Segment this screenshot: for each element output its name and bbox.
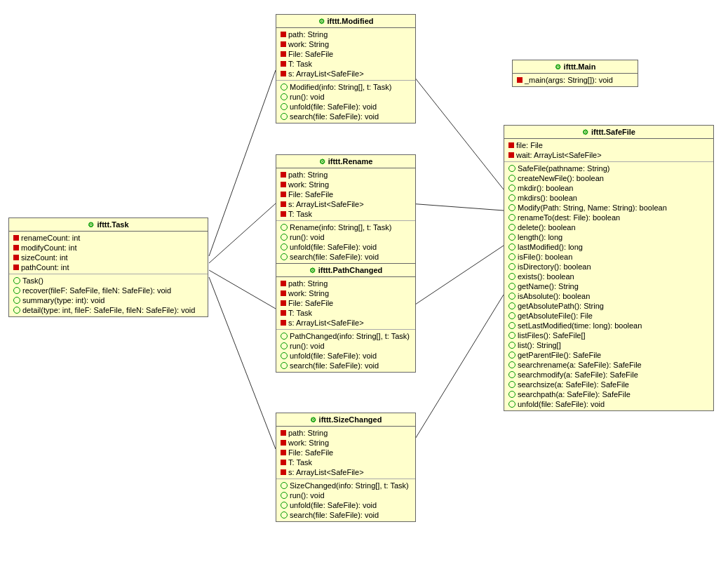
private-icon <box>281 440 286 446</box>
method-text: unfold(file: SafeFile): void <box>290 501 377 509</box>
uml-row: modifyCount: int <box>13 243 203 253</box>
private-icon <box>281 201 286 207</box>
public-icon <box>281 253 288 260</box>
method-text: Modify(Path: String, Name: String): bool… <box>518 203 667 212</box>
private-icon <box>281 182 286 187</box>
uml-row: work: String <box>281 180 411 189</box>
method-text: detail(type: int, fileF: SafeFile, fileN… <box>22 306 195 314</box>
class-modified: ⚙ ifttt.Modified path: String work: Stri… <box>276 14 416 123</box>
field-text: path: String <box>288 429 328 437</box>
field-text: s: ArrayList<SafeFile> <box>288 69 364 78</box>
private-icon <box>281 300 286 306</box>
class-task-header: ⚙ ifttt.Task <box>9 218 208 232</box>
field-text: work: String <box>288 180 329 189</box>
private-icon <box>281 32 286 37</box>
private-icon <box>281 51 286 57</box>
field-text: s: ArrayList<SafeFile> <box>288 468 364 476</box>
private-icon <box>281 469 286 475</box>
public-icon <box>508 234 515 241</box>
public-icon <box>508 401 515 408</box>
public-icon <box>281 103 288 110</box>
public-icon <box>281 492 288 499</box>
uml-row: getAbsolutePath(): String <box>508 301 709 311</box>
field-text: T: Task <box>288 210 312 218</box>
uml-row: createNewFile(): boolean <box>508 173 709 183</box>
class-safefile: ⚙ ifttt.SafeFile file: File wait: ArrayL… <box>504 125 714 411</box>
field-text: s: ArrayList<SafeFile> <box>288 319 364 327</box>
public-icon <box>281 224 288 231</box>
class-modified-header: ⚙ ifttt.Modified <box>276 15 415 28</box>
private-icon <box>281 320 286 326</box>
method-text: createNewFile(): boolean <box>518 174 604 182</box>
field-text: File: SafeFile <box>288 190 333 199</box>
method-text: isDirectory(): boolean <box>518 262 591 271</box>
svg-line-3 <box>209 277 276 449</box>
method-text: setLastModified(time: long): boolean <box>518 321 642 330</box>
private-icon <box>281 310 286 316</box>
uml-row: SafeFile(pathname: String) <box>508 163 709 173</box>
public-icon <box>508 302 515 309</box>
method-text: Rename(info: String[], t: Task) <box>290 223 391 232</box>
uml-row: _main(args: String[]): void <box>517 75 633 85</box>
modified-title: ifttt.Modified <box>328 17 374 25</box>
class-main: ⚙ ifttt.Main _main(args: String[]): void <box>512 60 638 87</box>
uml-row: s: ArrayList<SafeFile> <box>281 199 411 209</box>
method-text: mkdir(): boolean <box>518 184 573 192</box>
class-sizechanged-header: ⚙ ifttt.SizeChanged <box>276 413 415 427</box>
sizechanged-fields: path: String work: String File: SafeFile… <box>276 427 415 479</box>
field-text: work: String <box>288 439 329 447</box>
uml-row: getParentFile(): SafeFile <box>508 350 709 360</box>
uml-row: run(): void <box>281 232 411 242</box>
public-icon <box>508 263 515 270</box>
class-task: ⚙ ifttt.Task renameCount: int modifyCoun… <box>8 218 208 317</box>
rename-fields: path: String work: String File: SafeFile… <box>276 168 415 221</box>
public-icon <box>508 253 515 260</box>
public-icon <box>508 165 515 172</box>
uml-row: Task() <box>13 276 203 286</box>
public-icon <box>281 342 288 349</box>
safefile-title: ifttt.SafeFile <box>591 128 635 136</box>
modified-fields: path: String work: String File: SafeFile… <box>276 28 415 81</box>
field-text: work: String <box>288 289 329 297</box>
uml-row: searchsize(a: SafeFile): SafeFile <box>508 380 709 389</box>
public-icon <box>281 83 288 91</box>
method-text: SafeFile(pathname: String) <box>518 164 609 173</box>
method-text: exists(): boolean <box>518 272 574 281</box>
private-icon <box>281 430 286 436</box>
uml-row: path: String <box>281 428 411 438</box>
safefile-methods: SafeFile(pathname: String) createNewFile… <box>504 162 713 410</box>
uml-row: work: String <box>281 39 411 49</box>
svg-line-4 <box>409 70 504 189</box>
task-fields: renameCount: int modifyCount: int sizeCo… <box>9 232 208 274</box>
uml-row: getName(): String <box>508 281 709 291</box>
public-icon <box>281 511 288 518</box>
uml-row: path: String <box>281 279 411 288</box>
uml-row: wait: ArrayList<SafeFile> <box>508 150 709 160</box>
method-text: _main(args: String[]): void <box>525 76 613 84</box>
private-icon <box>508 152 514 158</box>
uml-row: s: ArrayList<SafeFile> <box>281 69 411 79</box>
rename-icon: ⚙ <box>319 158 325 166</box>
field-text: File: SafeFile <box>288 448 333 457</box>
field-text: path: String <box>288 170 328 179</box>
field-text: work: String <box>288 40 329 48</box>
public-icon <box>281 502 288 509</box>
svg-line-7 <box>409 295 504 449</box>
public-icon <box>13 297 20 304</box>
public-icon <box>281 93 288 100</box>
pathchanged-methods: PathChanged(info: String[], t: Task) run… <box>276 330 415 372</box>
uml-row: unfold(file: SafeFile): void <box>281 242 411 252</box>
field-text: wait: ArrayList<SafeFile> <box>516 151 602 159</box>
public-icon <box>13 277 20 284</box>
method-text: unfold(file: SafeFile): void <box>518 400 605 408</box>
method-text: unfold(file: SafeFile): void <box>290 243 377 251</box>
method-text: isFile(): boolean <box>518 253 572 261</box>
uml-row: isFile(): boolean <box>508 252 709 262</box>
method-text: searchmodify(a: SafeFile): SafeFile <box>518 370 638 379</box>
uml-row: search(file: SafeFile): void <box>281 510 411 520</box>
private-icon <box>13 255 19 260</box>
field-text: renameCount: int <box>21 234 80 242</box>
public-icon <box>508 243 515 250</box>
uml-row: T: Task <box>281 457 411 467</box>
public-icon <box>508 361 515 368</box>
